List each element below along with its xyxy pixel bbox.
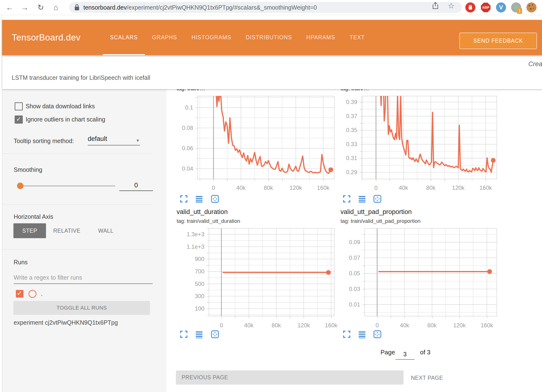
- reload-icon[interactable]: ↻: [35, 2, 46, 13]
- charts-region: 0.10.080.060.04040k80k120k160k 0.390.370…: [167, 89, 542, 392]
- y-tick-label: 0.33: [329, 141, 357, 148]
- axis-tick: [376, 179, 376, 181]
- tab-histograms[interactable]: HISTOGRAMS: [184, 20, 238, 55]
- bookmark-star-icon[interactable]: ☆: [447, 2, 455, 10]
- axis-tick: [255, 179, 255, 181]
- axis-step-button[interactable]: STEP: [13, 223, 46, 238]
- tab-hparams[interactable]: HPARAMS: [299, 20, 342, 55]
- home-icon[interactable]: ⌂: [50, 2, 61, 13]
- axis-tick: [235, 316, 236, 318]
- y-tick-label: 100: [176, 305, 204, 312]
- axis-tick: [363, 234, 364, 235]
- axis-tick: [200, 179, 200, 181]
- experiment-id-text: experiment cj2vtPiwQHKN9Q1tx6PTpg: [14, 319, 118, 326]
- tab-text[interactable]: TEXT: [342, 20, 372, 55]
- clipped-tag-top-left: tag: train/…: [177, 89, 311, 92]
- axis-tick: [207, 241, 209, 241]
- fullscreen-icon[interactable]: [342, 330, 351, 339]
- tab-distributions[interactable]: DISTRIBUTIONS: [238, 20, 299, 55]
- run-color-swatch[interactable]: [29, 290, 36, 298]
- tab-scalars[interactable]: SCALARS: [103, 20, 145, 55]
- fullscreen-icon[interactable]: [342, 195, 351, 203]
- app-logo: TensorBoard.dev: [12, 20, 81, 55]
- runs-filter-input[interactable]: [14, 274, 153, 284]
- data-table-icon[interactable]: [358, 330, 366, 339]
- data-table-icon[interactable]: [195, 330, 203, 339]
- axis-relative-button[interactable]: RELATIVE: [50, 223, 84, 238]
- screenshot-root: ← → ↻ ⌂ tensorboard.dev/experiment/cj2vt…: [0, 0, 542, 392]
- fit-domain-icon[interactable]: [211, 195, 219, 203]
- axis-tick: [404, 316, 405, 318]
- send-feedback-button[interactable]: SEND FEEDBACK: [459, 33, 537, 49]
- back-icon[interactable]: ←: [4, 2, 15, 13]
- axis-tick: [207, 234, 209, 235]
- fit-domain-icon[interactable]: [373, 195, 382, 203]
- show-download-links-label: Show data download links: [26, 103, 95, 110]
- y-tick-label: 1.1e+3: [176, 243, 204, 250]
- data-table-icon[interactable]: [195, 195, 203, 203]
- x-tick-label: 160k: [474, 184, 498, 191]
- data-table-icon[interactable]: [358, 195, 366, 203]
- ignore-outliers-checkbox[interactable]: [15, 115, 23, 124]
- axis-tick: [268, 179, 269, 181]
- axis-tick: [360, 144, 362, 145]
- url-text: tensorboard.dev/experiment/cj2vtPiwQHKN9…: [83, 4, 317, 11]
- y-tick-label: 0.37: [329, 113, 357, 120]
- forward-icon[interactable]: →: [19, 2, 30, 13]
- profile-extension-icon[interactable]: 1: [511, 2, 521, 13]
- axis-tick: [207, 284, 209, 284]
- smoothing-slider-thumb[interactable]: [17, 183, 23, 189]
- y-tick-label: 0.35: [329, 127, 357, 133]
- y-tick-label: 0.09: [331, 239, 360, 246]
- y-tick-label: 0.31: [329, 155, 357, 161]
- axis-tick: [390, 179, 390, 181]
- fullscreen-icon[interactable]: [179, 195, 188, 203]
- series-end-dot: [326, 270, 331, 275]
- axis-tick: [196, 159, 197, 159]
- page-number-input[interactable]: [395, 351, 415, 360]
- count-badge: 1: [517, 8, 522, 14]
- axis-tick: [446, 316, 446, 318]
- axis-tick: [360, 123, 362, 124]
- previous-page-button[interactable]: PREVIOUS PAGE: [176, 370, 404, 385]
- share-icon[interactable]: [431, 2, 439, 10]
- chart-plot[interactable]: [209, 228, 334, 316]
- fit-domain-icon[interactable]: [373, 330, 382, 339]
- tooltip-sorting-dropdown[interactable]: default ▾: [88, 135, 140, 145]
- axis-tick: [458, 179, 459, 181]
- next-page-button[interactable]: NEXT PAGE: [411, 375, 443, 381]
- axis-tick: [196, 118, 197, 118]
- axis-tick: [363, 305, 364, 305]
- axis-tick: [207, 278, 209, 278]
- chart-plot[interactable]: [364, 228, 497, 316]
- axis-tick: [207, 302, 209, 303]
- axis-tick: [360, 165, 362, 166]
- address-bar[interactable]: tensorboard.dev/experiment/cj2vtPiwQHKN9…: [69, 2, 462, 13]
- y-tick-label: 0.03: [331, 286, 360, 292]
- tab-graphs[interactable]: GRAPHS: [145, 20, 184, 55]
- x-tick-label: 160k: [311, 184, 335, 191]
- fullscreen-icon[interactable]: [179, 330, 188, 339]
- fit-domain-icon[interactable]: [211, 330, 219, 339]
- run-checkbox[interactable]: [16, 290, 23, 298]
- axis-wall-button[interactable]: WALL: [94, 223, 117, 238]
- toggle-all-runs-button[interactable]: TOGGLE ALL RUNS: [13, 301, 150, 315]
- cookie-extension-icon[interactable]: [526, 2, 537, 13]
- ignore-outliers-label: Ignore outliers in chart scaling: [26, 116, 105, 123]
- chart-plot[interactable]: [197, 96, 334, 179]
- y-tick-label: 0.07: [331, 254, 360, 261]
- x-tick-label: 120k: [284, 184, 308, 191]
- chart-plot[interactable]: [362, 96, 497, 179]
- smoothing-slider-track[interactable]: [19, 185, 115, 186]
- show-download-links-checkbox[interactable]: [15, 102, 23, 110]
- abp-extension-icon[interactable]: ABP: [480, 2, 491, 13]
- adblock-hand-extension-icon[interactable]: [465, 2, 476, 13]
- smoothing-value-input[interactable]: [119, 182, 153, 191]
- axis-tick: [207, 265, 209, 266]
- axis-tick: [196, 169, 197, 169]
- v-extension-icon[interactable]: V: [496, 2, 506, 13]
- x-tick-label: 80k: [264, 322, 288, 329]
- created-text-clipped: Crea: [528, 60, 542, 68]
- axis-tick: [207, 253, 209, 253]
- x-tick-label: 80k: [419, 184, 443, 191]
